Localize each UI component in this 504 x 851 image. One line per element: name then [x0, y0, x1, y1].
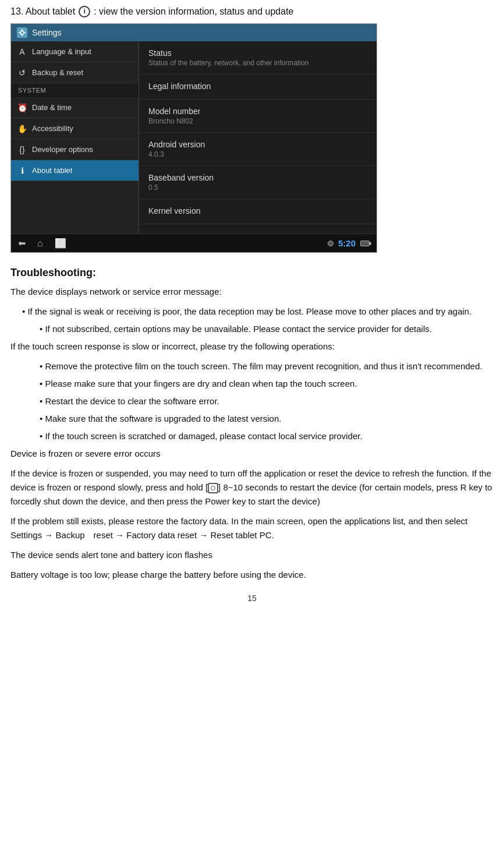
nav-home-icon[interactable]: ⌂	[37, 238, 43, 249]
sidebar-item-datetime[interactable]: ⏰ Date & time	[11, 97, 139, 118]
baseband-title: Baseband version	[148, 173, 367, 182]
sidebar-item-language[interactable]: A Language & input	[11, 41, 139, 62]
header-suffix: : view the version information, status a…	[94, 6, 293, 17]
nav-recent-icon[interactable]: ⬜	[55, 238, 66, 249]
page-header: 13. About tablet: view the version infor…	[10, 6, 494, 17]
titlebar-label: Settings	[32, 28, 62, 37]
svg-point-0	[20, 31, 24, 34]
status-bar: 5:20	[328, 238, 370, 248]
network-error-heading: The device displays network or service e…	[10, 285, 494, 299]
alert-heading: The device sends alert tone and battery …	[10, 548, 494, 562]
content-panel: Status Status of the battery, network, a…	[139, 41, 377, 234]
touch-bullet-1: • Please make sure that your fingers are…	[40, 377, 494, 391]
power-button-icon	[208, 483, 218, 493]
sidebar-item-developer-label: Developer options	[32, 145, 93, 154]
datetime-icon: ⏰	[17, 103, 27, 113]
page-number: 15	[10, 594, 494, 603]
header-text: 13. About tablet	[10, 6, 75, 17]
info-icon	[79, 6, 90, 17]
sidebar-item-datetime-label: Date & time	[32, 103, 72, 112]
network-bullet-0: • If the signal is weak or receiving is …	[22, 305, 494, 319]
frozen-heading: Device is frozen or severe error occurs	[10, 447, 494, 461]
sidebar-item-accessibility[interactable]: ✋ Accessibility	[11, 118, 139, 139]
sidebar: A Language & input ↺ Backup & reset SYST…	[11, 41, 139, 234]
network-bullet-1: • If not subscribed, certain options may…	[40, 322, 494, 336]
language-icon: A	[17, 47, 27, 57]
touch-bullet-0: • Remove the protective film on the touc…	[40, 359, 494, 373]
sidebar-item-about[interactable]: ℹ About tablet	[11, 160, 139, 181]
accessibility-icon: ✋	[17, 123, 27, 134]
sidebar-item-backup[interactable]: ↺ Backup & reset	[11, 62, 139, 83]
status-subtitle: Status of the battery, network, and othe…	[148, 59, 367, 67]
screenshot-body: A Language & input ↺ Backup & reset SYST…	[11, 41, 377, 234]
nav-back-icon[interactable]: ⬅	[18, 238, 26, 249]
frozen-body: If the device is frozen or suspended, yo…	[10, 467, 494, 509]
sidebar-item-language-label: Language & input	[32, 47, 91, 56]
battery-icon	[360, 241, 370, 246]
android-subtitle: 4.0.3	[148, 150, 367, 158]
screenshot-titlebar: Settings	[11, 24, 377, 41]
baseband-subtitle: 0.5	[148, 183, 367, 192]
content-row-kernel[interactable]: Kernel version	[139, 199, 377, 224]
status-time: 5:20	[338, 238, 356, 248]
screenshot: Settings A Language & input ↺ Backup & r…	[10, 23, 377, 253]
factory-body: If the problem still exists, please rest…	[10, 514, 494, 542]
developer-icon: {}	[17, 144, 27, 155]
sidebar-item-accessibility-label: Accessibility	[32, 124, 73, 133]
kernel-title: Kernel version	[148, 206, 367, 216]
sidebar-item-developer[interactable]: {} Developer options	[11, 139, 139, 160]
model-title: Model number	[148, 107, 367, 116]
touch-bullet-4: • If the touch screen is scratched or da…	[40, 429, 494, 443]
touch-bullet-2: • Restart the device to clear the softwa…	[40, 394, 494, 408]
content-row-baseband[interactable]: Baseband version 0.5	[139, 166, 377, 199]
backup-icon: ↺	[17, 68, 27, 78]
legal-title: Legal information	[148, 82, 367, 91]
content-row-model[interactable]: Model number Broncho N802	[139, 100, 377, 133]
content-row-legal[interactable]: Legal information	[139, 75, 377, 100]
content-row-android[interactable]: Android version 4.0.3	[139, 133, 377, 166]
sidebar-item-about-label: About tablet	[32, 166, 72, 175]
sidebar-item-backup-label: Backup & reset	[32, 68, 83, 77]
touch-bullet-3: • Make sure that the software is upgrade…	[40, 412, 494, 426]
content-row-status[interactable]: Status Status of the battery, network, a…	[139, 41, 377, 75]
system-section-label: SYSTEM	[11, 83, 139, 97]
alert-body: Battery voltage is too low; please charg…	[10, 568, 494, 582]
circle-status-icon	[328, 241, 333, 246]
model-subtitle: Broncho N802	[148, 117, 367, 125]
android-title: Android version	[148, 140, 367, 149]
nav-icons: ⬅ ⌂ ⬜	[18, 238, 66, 249]
touch-screen-heading: If the touch screen response is slow or …	[10, 340, 494, 354]
troubleshooting-title: Troubleshooting:	[10, 267, 494, 279]
status-title: Status	[148, 48, 367, 58]
screenshot-bottombar: ⬅ ⌂ ⬜ 5:20	[11, 234, 377, 252]
settings-icon	[17, 27, 27, 38]
about-icon: ℹ	[17, 165, 27, 176]
